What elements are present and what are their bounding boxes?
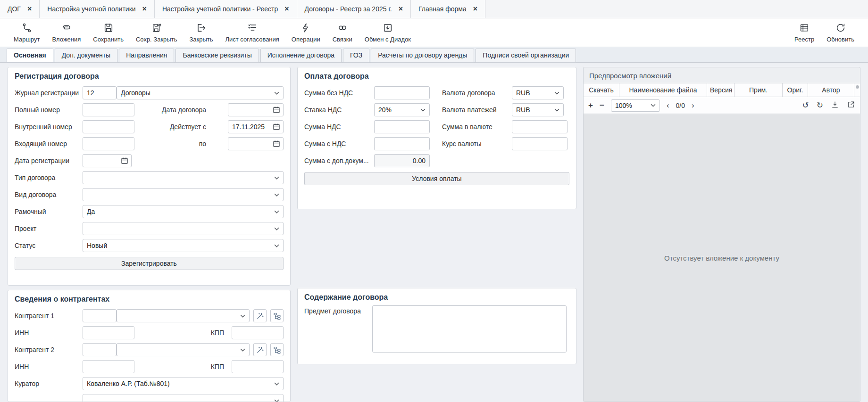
internal-number-input[interactable] [83,120,134,133]
chevron-down-icon [554,91,559,95]
tab-close-icon[interactable]: × [27,5,32,13]
open-external-icon[interactable] [847,100,855,110]
attachments-button[interactable]: Вложения [46,23,87,43]
sum-no-vat-row: Сумма без НДС [304,84,432,101]
valid-to-input[interactable] [228,137,284,150]
scrollbar[interactable] [854,83,860,97]
sum-with-vat-input[interactable] [374,137,430,150]
window-tab-contracts-registry[interactable]: Договоры - Реестр за 2025 г. × [297,0,411,18]
tab-contract-execution[interactable]: Исполнение договора [260,49,342,62]
sum-no-vat-input[interactable] [374,86,430,99]
contractor1-hierarchy-button[interactable] [270,309,284,322]
registry-button[interactable]: Реестр [788,23,820,43]
contractor2-select[interactable] [117,343,250,356]
column-note[interactable]: Прим. [734,83,783,97]
valid-from-input[interactable]: 17.11.2025 [228,120,284,133]
payment-terms-button[interactable]: Условия оплаты [304,172,569,185]
zoom-select[interactable]: 100% [611,99,660,112]
tab-lease-calculations[interactable]: Расчеты по договору аренды [371,49,474,62]
approval-sheet-button[interactable]: Лист согласования [219,23,285,43]
panel-title: Сведения о контрагентах [15,295,284,304]
tab-organization-signatures[interactable]: Подписи своей организации [476,49,576,62]
tab-close-icon[interactable]: × [284,5,289,13]
column-download[interactable]: Скачать [584,83,619,97]
rotate-ccw-icon[interactable]: ↺ [802,101,809,109]
rotate-cw-icon[interactable]: ↻ [817,101,823,109]
prev-page-button[interactable]: ‹ [667,101,669,109]
kpp2-input[interactable] [232,360,284,373]
sum-with-docs-input[interactable] [374,154,430,167]
column-version[interactable]: Версия [707,83,734,97]
tab-main[interactable]: Основная [7,49,53,62]
tool-label: Маршрут [14,36,40,43]
inn2-row: ИНН КПП [15,358,284,375]
chevron-down-icon [274,91,279,95]
save-close-button[interactable]: Сохр. Закрыть [130,23,184,43]
contractor1-code-input[interactable] [83,309,117,322]
save-icon [103,23,114,34]
inn1-input[interactable] [83,326,134,339]
kpp1-input[interactable] [232,326,284,339]
attachment-preview-panel: Предпросмотр вложений Скачать Наименован… [583,67,860,402]
payment-currency-select[interactable]: RUB [512,103,564,116]
zoom-out-button[interactable]: − [600,101,604,109]
window-tab-dog[interactable]: ДОГ × [0,0,40,18]
extra-select[interactable] [83,394,284,402]
contractor2-hierarchy-button[interactable] [270,343,284,356]
registration-date-input[interactable] [83,154,132,167]
zoom-in-button[interactable]: + [588,101,593,109]
links-button[interactable]: Связки [326,23,359,43]
diadoc-exchange-button[interactable]: Обмен с Диадок [359,23,417,43]
framework-select[interactable]: Да [83,205,284,218]
journal-code-input[interactable] [83,86,117,99]
window-tab-main-form[interactable]: Главная форма × [411,0,485,18]
column-author[interactable]: Автор [808,83,854,97]
currency-select[interactable]: RUB [512,86,564,99]
contractor2-code-input[interactable] [83,343,117,356]
subject-textarea[interactable] [372,305,567,353]
journal-label: Журнал регистрации [15,89,83,97]
registration-date-label: Дата регистрации [15,157,83,164]
vat-rate-select[interactable]: 20% [374,103,430,116]
contractor1-select[interactable] [117,309,250,322]
tab-close-icon[interactable]: × [399,5,403,13]
payment-currency-row: Валюта платежей RUB [442,101,569,118]
incoming-number-input[interactable] [83,137,134,150]
tab-goz[interactable]: ГОЗ [343,49,369,62]
exchange-rate-label: Курс валюты [442,140,512,148]
inn2-input[interactable] [83,360,134,373]
sum-in-currency-input[interactable] [512,120,568,133]
magic-wand-icon [256,312,264,320]
column-filename[interactable]: Наименование файла [619,83,707,97]
save-button[interactable]: Сохранить [87,23,130,43]
register-button[interactable]: Зарегистрировать [15,257,284,270]
tab-additional-documents[interactable]: Доп. документы [55,49,117,62]
route-button[interactable]: Маршрут [8,23,46,43]
exchange-icon [383,23,393,34]
vat-sum-input[interactable] [374,120,430,133]
window-tab-accounting-policy-registry[interactable]: Настройка учетной политики - Реестр × [155,0,297,18]
full-number-input[interactable] [83,103,134,116]
project-select[interactable] [83,222,284,235]
status-select[interactable]: Новый [83,239,284,252]
close-button[interactable]: Закрыть [183,23,219,43]
download-attachment-icon[interactable] [831,100,839,110]
next-page-button[interactable]: › [692,101,694,109]
tab-bank-details[interactable]: Банковские реквизиты [175,49,259,62]
tab-close-icon[interactable]: × [142,5,147,13]
exchange-rate-input[interactable] [512,137,568,150]
contract-kind-select[interactable] [83,188,284,201]
contractor2-pick-button[interactable] [253,343,267,356]
tab-directions[interactable]: Направления [119,49,174,62]
tab-close-icon[interactable]: × [473,5,477,13]
contractor1-pick-button[interactable] [253,309,267,322]
contract-date-input[interactable] [228,103,284,116]
window-tab-accounting-policy[interactable]: Настройка учетной политики × [40,0,155,18]
contract-type-select[interactable] [83,171,284,184]
journal-select[interactable]: Договоры [117,86,284,99]
column-original[interactable]: Ориг. [783,83,808,97]
curator-select[interactable]: Коваленко А.Р. (Таб.№801) [83,377,284,390]
operations-button[interactable]: Операции [285,23,326,43]
refresh-button[interactable]: Обновить [820,23,860,43]
window-tab-label: Договоры - Реестр за 2025 г. [305,5,392,13]
